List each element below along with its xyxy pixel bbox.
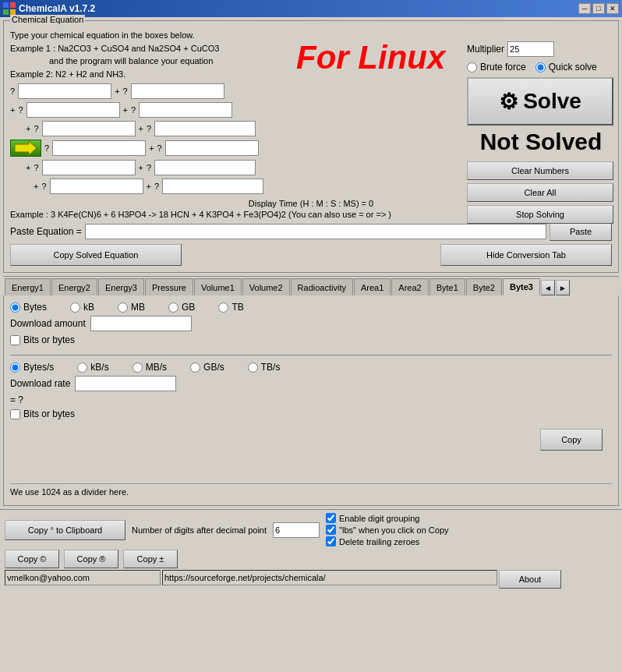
mb-s-radio[interactable]: [133, 363, 143, 373]
maximize-button[interactable]: □: [592, 3, 605, 14]
kb-label: kB: [83, 302, 94, 313]
tab-area2[interactable]: Area2: [391, 278, 428, 295]
tb-s-label: TB/s: [261, 362, 281, 373]
bytes-s-radio[interactable]: [10, 363, 20, 373]
enable-digit-grouping-item[interactable]: Enable digit grouping: [326, 513, 449, 523]
gb-s-option[interactable]: GB/s: [190, 362, 224, 373]
eq-input-4a[interactable]: [52, 140, 146, 156]
window-controls: ─ □ ✕: [578, 3, 619, 14]
tb-s-option[interactable]: TB/s: [248, 362, 281, 373]
side-buttons: Clear Numbers Clear All Stop Solving: [467, 161, 615, 224]
about-button[interactable]: About: [499, 570, 561, 589]
eq-label-q12: ?: [154, 182, 159, 191]
copy-to-clipboard-button[interactable]: Copy ° to Clipboard: [5, 520, 125, 540]
tb-option[interactable]: TB: [218, 302, 243, 313]
group-box-label: Chemical Equation: [10, 15, 85, 24]
eq-input-5b[interactable]: [154, 160, 256, 175]
mb-option[interactable]: MB: [118, 302, 145, 313]
kb-s-radio[interactable]: [77, 363, 87, 373]
kb-radio[interactable]: [70, 302, 80, 313]
email-field[interactable]: [5, 570, 161, 585]
url-field[interactable]: [162, 570, 497, 585]
tab-area1[interactable]: Area1: [354, 278, 391, 295]
tab-volume1[interactable]: Volume1: [194, 278, 242, 295]
solve-status: Not Solved: [467, 129, 615, 155]
gb-s-radio[interactable]: [190, 363, 200, 373]
delete-trailing-zeroes-checkbox[interactable]: [326, 536, 336, 546]
multiplier-input[interactable]: [507, 41, 554, 57]
bytes-s-option[interactable]: Bytes/s: [10, 362, 54, 373]
storage-radio-options: Bytes kB MB GB: [10, 302, 612, 313]
mb-s-option[interactable]: MB/s: [133, 362, 167, 373]
brute-force-option[interactable]: Brute force: [467, 62, 526, 73]
paste-input[interactable]: [85, 224, 546, 239]
gb-option[interactable]: GB: [168, 302, 195, 313]
tab-pressure[interactable]: Pressure: [145, 278, 193, 295]
mb-radio[interactable]: [118, 302, 128, 313]
copy-solved-equation-button[interactable]: Copy Solved Equation: [10, 244, 182, 266]
multiplier-label: Multiplier: [467, 44, 504, 55]
clear-numbers-button[interactable]: Clear Numbers: [467, 161, 613, 180]
gb-radio[interactable]: [168, 302, 178, 313]
lbs-checkbox[interactable]: [326, 525, 336, 535]
bottom-row3: Copy © Copy ® Copy ±: [5, 550, 617, 568]
hide-conversion-tab-button[interactable]: Hide Conversion Tab: [440, 244, 612, 266]
copy-button[interactable]: Copy: [540, 429, 603, 451]
copy-copyright-button[interactable]: Copy ©: [5, 550, 59, 568]
separator: [10, 355, 612, 355]
kb-option[interactable]: kB: [70, 302, 94, 313]
arrow-button[interactable]: [10, 140, 41, 157]
eq-label-q2: ?: [123, 87, 128, 96]
storage-bits-checkbox[interactable]: [10, 335, 20, 345]
clear-all-button[interactable]: Clear All: [467, 183, 613, 202]
tab-energy1[interactable]: Energy1: [5, 278, 51, 295]
eq-input-2b[interactable]: [139, 102, 232, 118]
eq-input-2a[interactable]: [27, 102, 120, 118]
copy-plusminus-button[interactable]: Copy ±: [123, 550, 178, 568]
tab-byte1[interactable]: Byte1: [429, 278, 465, 295]
tb-s-radio[interactable]: [248, 363, 258, 373]
download-rate-input[interactable]: [75, 376, 176, 391]
solve-button[interactable]: ⚙ Solve: [467, 77, 613, 126]
download-amount-input[interactable]: [90, 316, 192, 331]
brute-force-radio[interactable]: [467, 62, 477, 73]
eq-input-5a[interactable]: [42, 160, 136, 175]
digits-input[interactable]: [273, 522, 320, 538]
enable-digit-grouping-checkbox[interactable]: [326, 513, 336, 523]
eq-input-1a[interactable]: [18, 83, 111, 99]
paste-button[interactable]: Paste: [550, 222, 612, 241]
eq-input-3b[interactable]: [154, 121, 256, 136]
tab-energy3[interactable]: Energy3: [98, 278, 144, 295]
eq-input-3a[interactable]: [42, 121, 136, 136]
tab-byte2[interactable]: Byte2: [466, 278, 502, 295]
tab-prev-button[interactable]: ◄: [541, 280, 555, 295]
tab-radioactivity[interactable]: Radioactivity: [291, 278, 353, 295]
minimize-button[interactable]: ─: [578, 3, 591, 14]
rate-bits-bytes-row[interactable]: Bits or bytes: [10, 409, 612, 419]
eq-label-q7: ?: [44, 143, 49, 153]
eq-input-4b[interactable]: [165, 140, 259, 156]
eq-input-1b[interactable]: [131, 83, 224, 99]
tab-volume2[interactable]: Volume2: [242, 278, 290, 295]
solve-mode-row: Brute force Quick solve: [467, 62, 615, 73]
kb-s-option[interactable]: kB/s: [77, 362, 108, 373]
tb-radio[interactable]: [218, 302, 228, 313]
close-button[interactable]: ✕: [606, 3, 619, 14]
rate-bits-checkbox[interactable]: [10, 409, 20, 419]
quick-solve-option[interactable]: Quick solve: [535, 62, 597, 73]
bytes-radio[interactable]: [10, 302, 20, 313]
storage-bits-bytes-row[interactable]: Bits or bytes: [10, 334, 612, 345]
tab-byte3[interactable]: Byte3: [503, 278, 540, 295]
eq-input-6b[interactable]: [162, 179, 263, 194]
lbs-item[interactable]: "lbs" when you click on Copy: [326, 525, 449, 535]
quick-solve-radio[interactable]: [535, 62, 546, 73]
bytes-option[interactable]: Bytes: [10, 302, 47, 313]
delete-trailing-zeroes-item[interactable]: Delete trailing zeroes: [326, 536, 449, 546]
tab-energy2[interactable]: Energy2: [51, 278, 97, 295]
eq-label-q6: ?: [147, 124, 151, 133]
copy-registered-button[interactable]: Copy ®: [64, 550, 118, 568]
eq-input-6a[interactable]: [50, 179, 143, 194]
delete-trailing-zeroes-label: Delete trailing zeroes: [339, 537, 419, 546]
stop-solving-button[interactable]: Stop Solving: [467, 205, 613, 224]
tab-next-button[interactable]: ►: [556, 280, 570, 295]
